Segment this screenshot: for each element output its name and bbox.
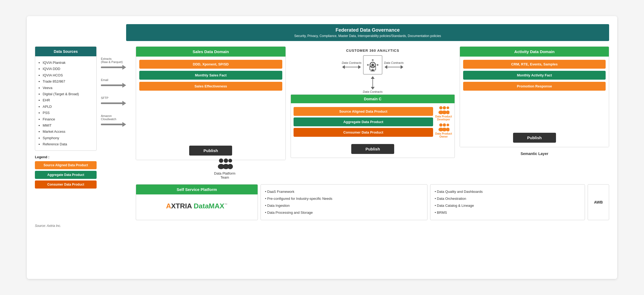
svg-point-15 <box>439 123 442 127</box>
arrow-shaft <box>101 67 122 68</box>
extract-label-3: SFTP <box>101 96 108 99</box>
content-row: Data Sources IQVIA Plantrak IQVIA DDD IQ… <box>35 46 609 220</box>
source-note: Source: Axtria Inc. <box>35 224 609 228</box>
developer-people-icon <box>438 105 449 115</box>
list-item: Trade 852/867 <box>43 78 93 84</box>
feature-item: DaaS Framework <box>265 188 423 195</box>
customer360-title: CUSTOMER 360 ANALYTICS <box>346 49 399 53</box>
activity-domain-col: Activity Data Domain CRM, RTE, Events, S… <box>460 46 609 160</box>
activity-pill-3: Promotion Response <box>463 82 606 91</box>
svg-rect-7 <box>372 70 374 71</box>
self-service-body: AXTRIA DataMAX™ <box>136 194 258 218</box>
arrow-head-right <box>358 65 361 69</box>
data-contracts-left-label: Data Contracts <box>342 61 361 64</box>
data-sources-panel: Data Sources IQVIA Plantrak IQVIA DDD IQ… <box>35 46 97 220</box>
domain-c-header: Domain C <box>291 95 455 103</box>
activity-pill-2: Monthly Activity Fact <box>463 71 606 80</box>
list-item: Digital (Target & Broad) <box>43 91 93 97</box>
data-sources-box: Data Sources IQVIA Plantrak IQVIA DDD IQ… <box>35 46 97 151</box>
arrow-shaft <box>101 84 122 86</box>
gear-icon-box <box>363 55 382 75</box>
svg-rect-8 <box>371 71 375 71</box>
developer-icon-group: Data ProductDeveloper <box>435 105 452 121</box>
feature-item: Data Orchestration <box>435 195 580 202</box>
data-contracts-below-label: Data Contracts <box>363 90 382 93</box>
features-left-box: DaaS Framework Pre-configured for Indust… <box>261 184 427 220</box>
features-left-list: DaaS Framework Pre-configured for Indust… <box>265 188 423 216</box>
list-item: EHR <box>43 97 93 103</box>
arrow-head <box>122 83 126 88</box>
legend-title: Legend : <box>35 155 97 159</box>
arrow-line <box>345 67 358 67</box>
vert-line <box>372 79 373 87</box>
self-service-box: Self Service Platform AXTRIA DataMAX™ <box>136 184 258 220</box>
domain-c-box: Domain C Source Aligned Data Product Agg… <box>291 94 455 158</box>
svg-rect-0 <box>367 64 369 66</box>
sales-pill-3: Sales Effectiveness <box>139 82 282 91</box>
owner-icon-group: Data ProductOwner <box>435 123 452 138</box>
features-right-box: Data Quality and Dashboards Data Orchest… <box>430 184 585 220</box>
center-connector-row: Data PlatformTeam <box>101 157 609 182</box>
main-container: Federated Data Governance Security, Priv… <box>27 16 617 279</box>
axtria-logo: AXTRIA DataMAX™ <box>166 202 228 210</box>
domain-c-publish-button[interactable]: Publish <box>351 144 394 154</box>
customer360-col: CUSTOMER 360 ANALYTICS Data Contracts <box>288 46 457 160</box>
activity-domain-body: CRM, RTE, Events, Samples Monthly Activi… <box>460 57 609 147</box>
extract-arrow-1 <box>101 65 126 70</box>
arrow-head <box>122 65 126 70</box>
arrow-head-right <box>401 65 403 69</box>
federated-header: Federated Data Governance Security, Priv… <box>126 24 609 41</box>
axtria-xtria: XTRIA <box>171 202 192 210</box>
domain-c-pill-1: Source Aligned Data Product <box>294 107 433 116</box>
extract-arrow-3 <box>101 101 126 106</box>
list-item: Symphony <box>43 135 93 141</box>
extract-item-3: SFTP <box>101 96 136 106</box>
svg-point-17 <box>443 123 446 127</box>
legend-section: Legend : Source Aligned Data Product Agg… <box>35 155 97 189</box>
arrow-head <box>122 122 126 127</box>
top-section: Extracts(Raw & Parquet) Email <box>101 46 609 160</box>
extract-item-4: AmazonCloudwatch <box>101 114 136 127</box>
extract-item-1: Extracts(Raw & Parquet) <box>101 57 136 70</box>
gear-icon <box>366 58 379 72</box>
arrow-left-to-gear <box>342 65 361 69</box>
activity-domain-box: Activity Data Domain CRM, RTE, Events, S… <box>460 46 609 147</box>
feature-item: BRMS <box>435 209 580 216</box>
list-item: Veeva <box>43 85 93 91</box>
up-arrow-head <box>371 76 375 79</box>
arrow-head-left <box>342 65 345 69</box>
developer-label: Data ProductDeveloper <box>435 115 452 121</box>
svg-point-21 <box>219 158 223 163</box>
domain-c-pills: Source Aligned Data Product Aggregate Da… <box>294 107 433 137</box>
data-sources-list: IQVIA Plantrak IQVIA DDD IQVIA HCOS Trad… <box>35 56 96 150</box>
sales-publish-button[interactable]: Publish <box>189 146 232 156</box>
domain-c-pill-3: Consumer Data Product <box>294 128 433 137</box>
three-domains: Sales Data Domain DDD, Xponent, SP/SD Mo… <box>136 46 609 160</box>
arrow-shaft <box>101 124 122 125</box>
arrow-right-to-gear <box>385 65 403 69</box>
arrow-head <box>122 101 126 106</box>
owner-people-icon <box>438 123 449 132</box>
activity-publish-button[interactable]: Publish <box>513 133 556 143</box>
data-contracts-right-label: Data Contracts <box>384 61 404 64</box>
activity-pill-1: CRM, RTE, Events, Samples <box>463 60 606 69</box>
svg-point-13 <box>447 106 449 109</box>
legend-consumer: Consumer Data Product <box>35 180 97 189</box>
awb-box: AWB <box>588 184 609 220</box>
data-platform-label: Data PlatformTeam <box>214 171 235 179</box>
federated-subtitle: Security, Privacy, Compliance, Master Da… <box>131 34 604 38</box>
list-item: Market Access <box>43 128 93 135</box>
svg-point-9 <box>439 106 442 109</box>
extract-label-2: Email <box>101 78 108 82</box>
svg-point-19 <box>447 124 449 126</box>
svg-rect-1 <box>377 64 378 66</box>
feature-item: Pre-configured for Industry-specific Nee… <box>265 195 423 202</box>
feature-item: Data Processing and Storage <box>265 209 423 216</box>
contracts-left: Data Contracts <box>342 61 361 69</box>
axtria-logo-text: AXTRIA DataMAX™ <box>166 202 228 210</box>
down-arrow-head <box>371 87 375 90</box>
arrow-shaft <box>101 102 122 104</box>
activity-domain-header: Activity Data Domain <box>460 47 609 57</box>
extract-item-2: Email <box>101 78 136 88</box>
sales-pill-1: DDD, Xponent, SP/SD <box>139 60 282 69</box>
